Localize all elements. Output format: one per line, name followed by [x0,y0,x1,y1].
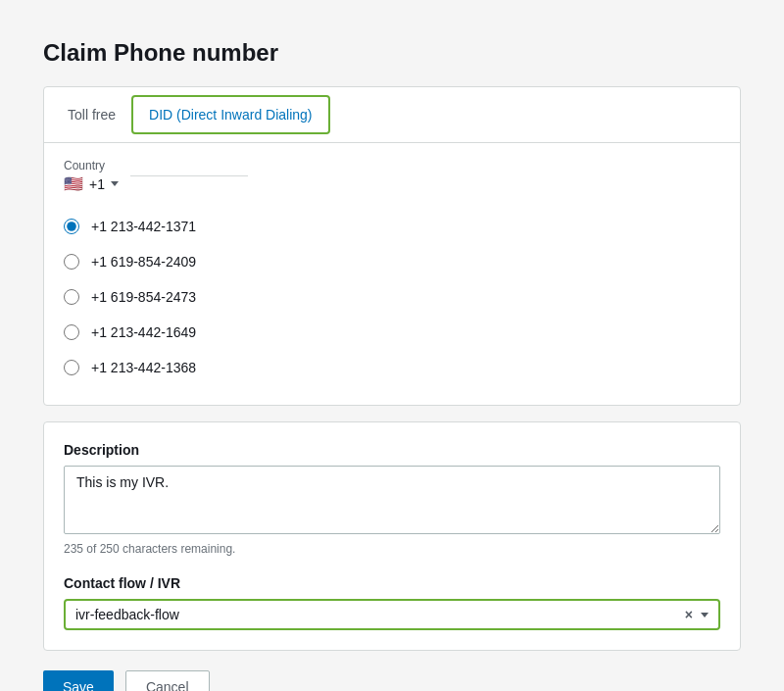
country-label: Country [64,159,119,173]
clear-icon[interactable]: × [685,607,693,622]
tab-toll-free[interactable]: Toll free [60,93,123,138]
phone-number-list: +1 213-442-1371 +1 619-854-2409 +1 619-8… [64,209,720,385]
divider [130,175,248,176]
contact-flow-select[interactable]: ivr-feedback-flow × [64,599,720,630]
list-item[interactable]: +1 213-442-1371 [64,209,720,244]
list-item[interactable]: +1 619-854-2473 [64,279,720,315]
phone-number-2: +1 619-854-2409 [91,254,196,270]
chevron-down-icon [111,181,119,186]
list-item[interactable]: +1 213-442-1649 [64,315,720,350]
country-select[interactable]: 🇺🇸 +1 [64,174,119,193]
tabs-container: Toll free DID (Direct Inward Dialing) [44,87,740,143]
country-row: Country 🇺🇸 +1 [64,159,720,193]
description-label: Description [64,442,720,458]
description-textarea[interactable]: This is my IVR. [64,466,720,534]
description-section: Description This is my IVR. 235 of 250 c… [44,422,740,575]
contact-flow-value: ivr-feedback-flow [75,607,685,622]
details-card: Description This is my IVR. 235 of 250 c… [43,421,741,651]
footer-buttons: Save Cancel [43,670,741,691]
char-count: 235 of 250 characters remaining. [64,542,720,556]
phone-section: Country 🇺🇸 +1 +1 213-442-1371 [44,143,740,405]
contact-flow-label: Contact flow / IVR [64,575,720,591]
phone-number-card: Toll free DID (Direct Inward Dialing) Co… [43,86,741,406]
contact-flow-section: Contact flow / IVR ivr-feedback-flow × [44,575,740,650]
country-code: +1 [89,176,105,192]
phone-radio-4[interactable] [64,324,79,340]
page-title: Claim Phone number [43,39,741,67]
phone-number-5: +1 213-442-1368 [91,360,196,375]
save-button[interactable]: Save [43,670,114,691]
phone-number-4: +1 213-442-1649 [91,324,196,340]
phone-number-3: +1 619-854-2473 [91,289,196,305]
phone-radio-1[interactable] [64,219,79,234]
flag-icon: 🇺🇸 [64,174,83,193]
phone-number-1: +1 213-442-1371 [91,219,196,234]
phone-radio-2[interactable] [64,254,79,270]
chevron-down-icon[interactable] [701,613,709,617]
list-item[interactable]: +1 213-442-1368 [64,350,720,385]
tab-did[interactable]: DID (Direct Inward Dialing) [131,95,329,134]
cancel-button[interactable]: Cancel [125,670,210,691]
phone-radio-5[interactable] [64,360,79,375]
phone-radio-3[interactable] [64,289,79,305]
list-item[interactable]: +1 619-854-2409 [64,244,720,279]
country-select-wrapper: Country 🇺🇸 +1 [64,159,119,193]
